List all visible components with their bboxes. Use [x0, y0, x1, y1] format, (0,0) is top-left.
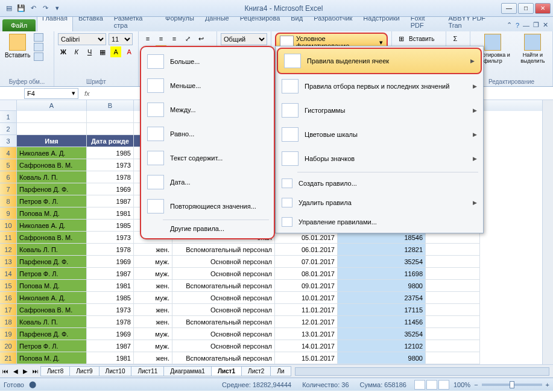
macro-record-icon[interactable]: ⬤ — [29, 381, 36, 388]
cell[interactable]: 1987 — [87, 268, 134, 280]
zoom-slider[interactable] — [482, 384, 542, 386]
row-header[interactable]: 16 — [0, 292, 17, 304]
rule-item[interactable]: Повторяющиеся значения... — [141, 194, 274, 218]
minimize-button[interactable]: — — [501, 3, 517, 14]
cell[interactable]: 1985 — [87, 220, 134, 232]
cell[interactable] — [17, 123, 87, 135]
cell[interactable]: Николаев А. Д. — [17, 292, 87, 304]
paste-button[interactable]: Вставить — [4, 33, 31, 62]
fill-color-button[interactable]: A — [110, 46, 121, 57]
cell[interactable]: Петров Ф. Л. — [17, 340, 87, 352]
maximize-button[interactable]: □ — [518, 3, 534, 14]
cell[interactable]: муж. — [134, 256, 172, 268]
cell[interactable]: 11456 — [338, 316, 426, 328]
row-header[interactable]: 10 — [0, 220, 17, 232]
sheet-nav-next-icon[interactable]: ▶ — [21, 368, 30, 375]
autosum-button[interactable]: Σ — [450, 33, 461, 44]
cell[interactable]: Николаев А. Д. — [17, 220, 87, 232]
column-header[interactable]: A — [17, 100, 87, 111]
cell[interactable]: 07.01.2017 — [275, 256, 338, 268]
font-name-select[interactable]: Calibri — [58, 33, 106, 45]
row-header[interactable]: 5 — [0, 159, 17, 171]
row-header[interactable]: 21 — [0, 352, 17, 364]
row-header[interactable]: 12 — [0, 244, 17, 256]
cell[interactable]: Вспомогательный персонал — [172, 244, 275, 256]
cell[interactable]: 1985 — [87, 292, 134, 304]
rule-item[interactable]: Меньше... — [141, 74, 274, 98]
row-header[interactable]: 1 — [0, 111, 17, 123]
cf-category-item[interactable]: Наборы значков▶ — [276, 147, 483, 171]
view-normal-button[interactable] — [414, 380, 425, 390]
row-header[interactable]: 13 — [0, 256, 17, 268]
sheet-tab[interactable]: Лист8 — [40, 366, 70, 376]
cell[interactable]: 11.01.2017 — [275, 304, 338, 316]
cell[interactable]: Основной персонал — [172, 328, 275, 340]
sheet-nav-last-icon[interactable]: ⏭ — [30, 368, 41, 375]
underline-button[interactable]: Ч — [84, 46, 95, 57]
horizontal-scrollbar[interactable] — [295, 367, 549, 376]
sheet-tab[interactable]: Лист2 — [241, 366, 271, 376]
cell[interactable]: 1978 — [87, 316, 134, 328]
cell[interactable] — [426, 304, 480, 316]
zoom-level[interactable]: 100% — [453, 381, 470, 388]
align-middle-button[interactable]: ≡ — [156, 33, 166, 44]
highlight-cells-rules-item[interactable]: Правила выделения ячеек ▶ — [277, 48, 482, 74]
row-header[interactable]: 17 — [0, 304, 17, 316]
cell[interactable]: 11698 — [338, 268, 426, 280]
cell[interactable]: 1978 — [87, 171, 134, 183]
cell[interactable] — [426, 340, 480, 352]
cell[interactable]: Николаев А. Д. — [17, 147, 87, 159]
select-all-corner[interactable] — [0, 100, 17, 111]
cell[interactable]: жен. — [134, 316, 172, 328]
cell[interactable]: Вспомогательный персонал — [172, 280, 275, 292]
cell[interactable]: Попова М. Д. — [17, 207, 87, 220]
redo-icon[interactable]: ↷ — [40, 3, 51, 14]
rule-item[interactable]: Дата... — [141, 170, 274, 194]
cell[interactable]: муж. — [134, 328, 172, 340]
cell[interactable]: 05.01.2017 — [275, 232, 338, 244]
cell[interactable]: 1981 — [87, 207, 134, 220]
cell[interactable]: Основной персонал — [172, 292, 275, 304]
cell[interactable]: 09.01.2017 — [275, 280, 338, 292]
cell[interactable]: 06.01.2017 — [275, 244, 338, 256]
cell[interactable]: Дата рожде — [87, 135, 134, 147]
orientation-button[interactable]: ⤢ — [182, 33, 193, 44]
cell[interactable]: Парфенов Д. Ф. — [17, 328, 87, 340]
cell[interactable]: муж. — [134, 268, 172, 280]
bold-button[interactable]: Ж — [58, 46, 69, 57]
name-box[interactable]: F4▾ — [24, 88, 78, 99]
rule-item[interactable]: Больше... — [141, 49, 274, 74]
sheet-tab[interactable]: Лист10 — [99, 366, 132, 376]
cell[interactable]: Вспомогательный персонал — [172, 316, 275, 328]
cell[interactable] — [87, 123, 134, 135]
sheet-nav-first-icon[interactable]: ⏮ — [0, 368, 11, 375]
zoom-in-button[interactable]: + — [546, 381, 549, 388]
copy-icon[interactable] — [34, 43, 43, 51]
cell[interactable]: 12.01.2017 — [275, 316, 338, 328]
cell[interactable] — [426, 316, 480, 328]
rule-item[interactable]: Между... — [141, 98, 274, 122]
cell[interactable] — [426, 232, 480, 244]
cell[interactable]: Сафронова В. М. — [17, 232, 87, 244]
align-top-button[interactable]: ≡ — [142, 33, 153, 44]
find-select-button[interactable]: Найти и выделить — [517, 33, 549, 65]
qat-more-icon[interactable]: ▾ — [52, 3, 63, 14]
cell[interactable]: 1978 — [87, 244, 134, 256]
cell[interactable] — [426, 280, 480, 292]
sheet-tab[interactable]: Лист11 — [131, 366, 164, 376]
cell[interactable]: Основной персонал — [172, 304, 275, 316]
rule-item[interactable]: Текст содержит... — [141, 146, 274, 170]
cell[interactable]: 23754 — [338, 292, 426, 304]
mdi-restore-icon[interactable]: ❐ — [533, 21, 539, 29]
cell[interactable]: 1973 — [87, 304, 134, 316]
border-button[interactable]: ▦ — [97, 46, 108, 57]
cell[interactable]: 08.01.2017 — [275, 268, 338, 280]
cell[interactable]: Попова М. Д. — [17, 280, 87, 292]
cell[interactable]: Основной персонал — [172, 340, 275, 352]
rule-item[interactable]: Равно... — [141, 122, 274, 146]
sheet-nav-prev-icon[interactable]: ◀ — [11, 368, 21, 375]
row-header[interactable]: 20 — [0, 340, 17, 352]
save-icon[interactable]: 💾 — [16, 3, 27, 14]
insert-cells-button[interactable]: ⊞ — [396, 33, 406, 44]
cell[interactable] — [426, 352, 480, 364]
